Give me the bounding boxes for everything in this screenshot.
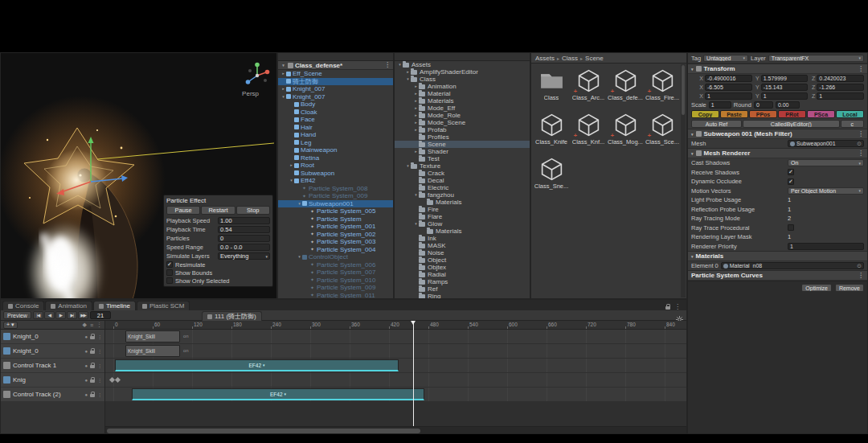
property-checkbox[interactable]: ✓: [788, 178, 794, 185]
expand-arrow[interactable]: ▸: [413, 112, 419, 119]
asset-item[interactable]: +Class_Mog...: [608, 112, 643, 154]
kebab-icon[interactable]: ⋮: [97, 377, 102, 383]
project-folder[interactable]: Objtex: [395, 264, 530, 271]
asset-item[interactable]: +Class_defe...: [608, 68, 643, 109]
kebab-icon[interactable]: ⋮: [858, 150, 864, 157]
timeline-clip[interactable]: EF42▾: [132, 388, 424, 400]
transform-y-field[interactable]: 1.579999: [761, 75, 809, 82]
asset-item[interactable]: +Class_Knf...: [571, 112, 606, 154]
transform-x-field[interactable]: -6.505: [705, 84, 752, 91]
project-folder[interactable]: ▸Mode_Scene: [395, 119, 530, 126]
hierarchy-item[interactable]: ✦Particle System: [278, 215, 393, 224]
project-folder[interactable]: ▸Shader: [395, 148, 530, 155]
track-lane[interactable]: Knight_Skillon: [105, 344, 686, 358]
transform-x-field[interactable]: -0.4900016: [705, 75, 752, 82]
list-icon[interactable]: ≡: [90, 322, 93, 328]
go-to-start-button[interactable]: |◀: [33, 311, 43, 319]
project-folder[interactable]: ▾Glow: [395, 220, 530, 228]
project-folder[interactable]: Decal: [395, 177, 530, 184]
hierarchy-item[interactable]: ✦Particle System_011: [278, 292, 393, 300]
transform-prot-button[interactable]: PRot: [778, 110, 806, 118]
timeline-clip[interactable]: Knight_Skill: [125, 330, 180, 343]
layer-dropdown[interactable]: TransparentFX▾: [768, 55, 864, 62]
transform-psca-button[interactable]: PSca: [807, 110, 835, 118]
hierarchy-item[interactable]: Body: [278, 100, 393, 109]
mesh-filter-header[interactable]: ▾ Subweapon 001 (Mesh Filter) ⋮: [688, 129, 867, 139]
hierarchy-item[interactable]: ✦Particle System_009: [278, 284, 393, 292]
field-value[interactable]: Everything▾: [218, 252, 270, 260]
expand-arrow[interactable]: ▾: [297, 200, 302, 208]
project-folder[interactable]: Materials: [395, 199, 530, 206]
scrollbar-thumb[interactable]: [107, 429, 420, 433]
expand-arrow[interactable]: ▾: [280, 63, 286, 68]
director-breadcrumb[interactable]: 111 (骑士防御): [202, 311, 262, 321]
transform-copy-button[interactable]: Copy: [691, 110, 719, 118]
hierarchy-item[interactable]: Face: [278, 116, 393, 124]
asset-item[interactable]: Class_Sne...: [534, 156, 569, 198]
project-folder[interactable]: ▸AmplifyShaderEditor: [395, 68, 530, 76]
project-folder[interactable]: ▸Profab: [395, 126, 530, 133]
track-header[interactable]: Knight_0●⋮: [1, 344, 104, 358]
expand-arrow[interactable]: ▾: [405, 162, 411, 170]
timeline-clip[interactable]: Knight_Skill: [125, 345, 180, 357]
mesh-renderer-header[interactable]: ▾ Mesh Renderer ⋮: [688, 148, 867, 158]
project-folder[interactable]: Scene: [395, 141, 530, 148]
expand-arrow[interactable]: ▾: [413, 220, 419, 228]
asset-item[interactable]: Class_Knife: [534, 112, 569, 154]
transform-ppos-button[interactable]: PPos: [749, 110, 777, 118]
preview-button[interactable]: Preview: [3, 311, 31, 319]
asset-item[interactable]: +Class_Fire...: [645, 68, 680, 109]
lock-icon[interactable]: [90, 394, 95, 397]
lock-icon[interactable]: [90, 365, 95, 368]
hierarchy-item[interactable]: ✦Particle System_009: [278, 192, 393, 200]
kebab-icon[interactable]: ⋮: [97, 363, 102, 368]
next-frame-button[interactable]: ▶|: [67, 311, 77, 319]
project-folder[interactable]: Noise: [395, 249, 530, 256]
project-folder[interactable]: Electric: [395, 184, 530, 191]
kebab-icon[interactable]: ⋮: [674, 303, 681, 310]
persp-label[interactable]: Persp: [242, 90, 259, 97]
expand-arrow[interactable]: ▾: [405, 76, 411, 83]
optimize-button[interactable]: Optimize: [801, 284, 832, 292]
object-picker-icon[interactable]: ⊙: [857, 263, 862, 269]
track-lane[interactable]: EF42▾: [105, 388, 686, 401]
tab-animation[interactable]: Animation: [45, 301, 92, 310]
project-folder[interactable]: ▸Mode_Role: [395, 112, 530, 119]
hierarchy-item[interactable]: ▾Knight_007: [278, 93, 393, 101]
hierarchy-item[interactable]: ▾Subweapon001: [278, 200, 393, 208]
hierarchy-item[interactable]: ▸Knight_007: [278, 85, 393, 93]
project-folder[interactable]: ▾Texture: [395, 162, 530, 170]
expand-arrow[interactable]: ▸: [413, 105, 419, 112]
scrollbar-thumb[interactable]: [682, 65, 685, 115]
project-folder[interactable]: ▾fangzhou: [395, 191, 530, 199]
transform-y-field[interactable]: -15.143: [761, 84, 809, 91]
mute-dot-icon[interactable]: ●: [84, 334, 88, 339]
lock-icon[interactable]: [90, 336, 95, 339]
hierarchy-item[interactable]: 骑士防御: [278, 78, 393, 86]
track-header[interactable]: Control Track (2)●⋮: [1, 388, 104, 401]
breadcrumb-scene[interactable]: Scene: [585, 55, 604, 62]
kebab-icon[interactable]: ⋮: [384, 62, 391, 68]
project-folder[interactable]: ▸Animation: [395, 83, 530, 90]
round-precision-field[interactable]: 0.00: [776, 101, 800, 109]
track-lane[interactable]: EF42▾: [105, 359, 686, 372]
go-to-end-button[interactable]: ▶▶: [78, 311, 88, 319]
tab-console[interactable]: Console: [2, 301, 44, 310]
hierarchy-item[interactable]: Cloak: [278, 109, 393, 117]
property-checkbox[interactable]: ✓: [788, 169, 794, 175]
hierarchy-item[interactable]: ✦Particle System_002: [278, 231, 393, 239]
expand-arrow[interactable]: ▾: [297, 253, 302, 261]
kebab-icon[interactable]: ⋮: [858, 273, 864, 279]
kebab-icon[interactable]: ⋮: [858, 66, 864, 72]
hierarchy-item[interactable]: ✦Particle System_007: [278, 269, 393, 277]
checkbox[interactable]: [166, 277, 173, 284]
checkbox[interactable]: [166, 269, 173, 276]
transform-header[interactable]: ▾ Transform ⋮: [688, 64, 867, 74]
frame-field[interactable]: 21: [90, 311, 111, 319]
track-lane[interactable]: [105, 373, 686, 387]
kebab-icon[interactable]: ⋮: [96, 322, 102, 328]
expand-arrow[interactable]: ▸: [413, 148, 419, 155]
hierarchy-item[interactable]: ✦Particle System_006: [278, 261, 393, 269]
project-folder[interactable]: Object: [395, 256, 530, 264]
project-folder[interactable]: Radial: [395, 271, 530, 278]
